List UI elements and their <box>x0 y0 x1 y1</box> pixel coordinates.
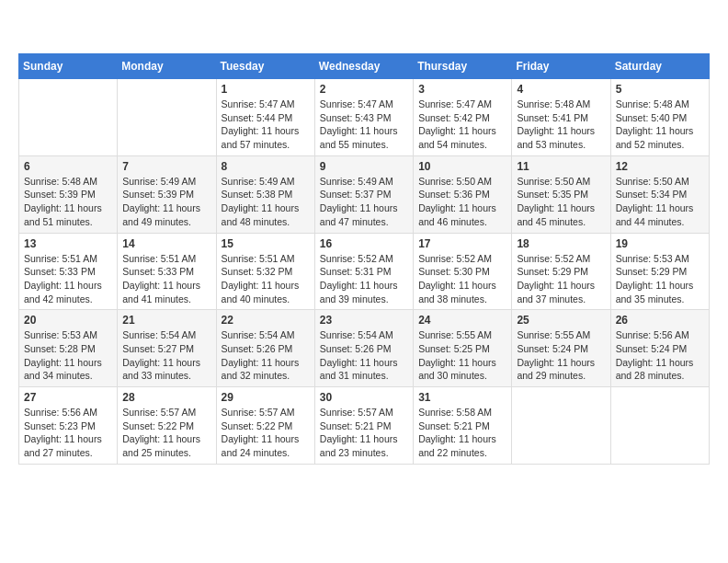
day-number: 11 <box>517 160 605 173</box>
logo <box>18 18 48 44</box>
weekday-header-saturday: Saturday <box>610 54 709 79</box>
calendar-cell: 21Sunrise: 5:54 AM Sunset: 5:27 PM Dayli… <box>118 310 216 387</box>
calendar-cell: 27Sunrise: 5:56 AM Sunset: 5:23 PM Dayli… <box>19 387 118 465</box>
day-number: 13 <box>24 237 112 250</box>
day-info: Sunrise: 5:54 AM Sunset: 5:26 PM Dayligh… <box>222 328 310 383</box>
day-number: 5 <box>616 83 704 96</box>
calendar-cell: 23Sunrise: 5:54 AM Sunset: 5:26 PM Dayli… <box>314 310 413 387</box>
day-info: Sunrise: 5:53 AM Sunset: 5:29 PM Dayligh… <box>616 252 704 306</box>
calendar-cell <box>512 387 610 465</box>
calendar-cell: 13Sunrise: 5:51 AM Sunset: 5:33 PM Dayli… <box>19 233 118 310</box>
calendar: SundayMondayTuesdayWednesdayThursdayFrid… <box>18 53 710 465</box>
calendar-cell: 2Sunrise: 5:47 AM Sunset: 5:43 PM Daylig… <box>314 79 413 156</box>
calendar-cell: 10Sunrise: 5:50 AM Sunset: 5:36 PM Dayli… <box>414 155 512 233</box>
calendar-cell <box>118 79 216 156</box>
day-info: Sunrise: 5:47 AM Sunset: 5:43 PM Dayligh… <box>320 98 408 152</box>
day-info: Sunrise: 5:48 AM Sunset: 5:39 PM Dayligh… <box>24 175 112 229</box>
day-info: Sunrise: 5:58 AM Sunset: 5:21 PM Dayligh… <box>418 406 506 460</box>
weekday-header-friday: Friday <box>512 54 610 79</box>
day-info: Sunrise: 5:51 AM Sunset: 5:33 PM Dayligh… <box>24 252 112 306</box>
day-info: Sunrise: 5:47 AM Sunset: 5:42 PM Dayligh… <box>418 98 506 152</box>
day-number: 28 <box>122 391 210 404</box>
calendar-cell <box>610 387 709 465</box>
day-info: Sunrise: 5:48 AM Sunset: 5:41 PM Dayligh… <box>517 98 605 152</box>
day-info: Sunrise: 5:52 AM Sunset: 5:30 PM Dayligh… <box>418 252 506 306</box>
weekday-header-thursday: Thursday <box>414 54 512 79</box>
calendar-cell: 11Sunrise: 5:50 AM Sunset: 5:35 PM Dayli… <box>512 155 610 233</box>
day-number: 27 <box>24 391 112 404</box>
weekday-header-wednesday: Wednesday <box>314 54 413 79</box>
day-info: Sunrise: 5:52 AM Sunset: 5:31 PM Dayligh… <box>320 252 408 306</box>
day-number: 22 <box>222 314 310 327</box>
day-number: 9 <box>320 160 408 173</box>
calendar-cell <box>19 79 118 156</box>
calendar-cell: 15Sunrise: 5:51 AM Sunset: 5:32 PM Dayli… <box>216 233 314 310</box>
calendar-cell: 4Sunrise: 5:48 AM Sunset: 5:41 PM Daylig… <box>512 79 610 156</box>
calendar-cell: 31Sunrise: 5:58 AM Sunset: 5:21 PM Dayli… <box>414 387 512 465</box>
day-info: Sunrise: 5:50 AM Sunset: 5:35 PM Dayligh… <box>517 175 605 229</box>
day-number: 24 <box>418 314 506 327</box>
calendar-cell: 16Sunrise: 5:52 AM Sunset: 5:31 PM Dayli… <box>314 233 413 310</box>
day-number: 17 <box>418 237 506 250</box>
day-number: 31 <box>418 391 506 404</box>
calendar-cell: 14Sunrise: 5:51 AM Sunset: 5:33 PM Dayli… <box>118 233 216 310</box>
day-info: Sunrise: 5:52 AM Sunset: 5:29 PM Dayligh… <box>517 252 605 306</box>
header <box>18 18 710 44</box>
day-number: 1 <box>222 83 310 96</box>
week-row-4: 20Sunrise: 5:53 AM Sunset: 5:28 PM Dayli… <box>19 310 710 387</box>
day-info: Sunrise: 5:57 AM Sunset: 5:21 PM Dayligh… <box>320 406 408 460</box>
day-info: Sunrise: 5:54 AM Sunset: 5:27 PM Dayligh… <box>122 328 210 383</box>
day-number: 12 <box>616 160 704 173</box>
calendar-cell: 25Sunrise: 5:55 AM Sunset: 5:24 PM Dayli… <box>512 310 610 387</box>
day-info: Sunrise: 5:55 AM Sunset: 5:24 PM Dayligh… <box>517 328 605 383</box>
day-info: Sunrise: 5:54 AM Sunset: 5:26 PM Dayligh… <box>320 328 408 383</box>
day-number: 26 <box>616 314 704 327</box>
day-number: 25 <box>517 314 605 327</box>
day-number: 16 <box>320 237 408 250</box>
day-info: Sunrise: 5:50 AM Sunset: 5:36 PM Dayligh… <box>418 175 506 229</box>
calendar-cell: 6Sunrise: 5:48 AM Sunset: 5:39 PM Daylig… <box>19 155 118 233</box>
day-number: 18 <box>517 237 605 250</box>
calendar-cell: 9Sunrise: 5:49 AM Sunset: 5:37 PM Daylig… <box>314 155 413 233</box>
day-number: 8 <box>222 160 310 173</box>
day-number: 14 <box>122 237 210 250</box>
day-info: Sunrise: 5:51 AM Sunset: 5:33 PM Dayligh… <box>122 252 210 306</box>
calendar-cell: 8Sunrise: 5:49 AM Sunset: 5:38 PM Daylig… <box>216 155 314 233</box>
day-info: Sunrise: 5:49 AM Sunset: 5:39 PM Dayligh… <box>122 175 210 229</box>
day-number: 29 <box>222 391 310 404</box>
day-info: Sunrise: 5:48 AM Sunset: 5:40 PM Dayligh… <box>616 98 704 152</box>
day-info: Sunrise: 5:57 AM Sunset: 5:22 PM Dayligh… <box>222 406 310 460</box>
day-number: 30 <box>320 391 408 404</box>
day-info: Sunrise: 5:56 AM Sunset: 5:23 PM Dayligh… <box>24 406 112 460</box>
day-number: 2 <box>320 83 408 96</box>
day-number: 21 <box>122 314 210 327</box>
day-number: 4 <box>517 83 605 96</box>
weekday-header-tuesday: Tuesday <box>216 54 314 79</box>
calendar-cell: 22Sunrise: 5:54 AM Sunset: 5:26 PM Dayli… <box>216 310 314 387</box>
week-row-3: 13Sunrise: 5:51 AM Sunset: 5:33 PM Dayli… <box>19 233 710 310</box>
day-info: Sunrise: 5:55 AM Sunset: 5:25 PM Dayligh… <box>418 328 506 383</box>
day-number: 6 <box>24 160 112 173</box>
calendar-cell: 28Sunrise: 5:57 AM Sunset: 5:22 PM Dayli… <box>118 387 216 465</box>
day-number: 23 <box>320 314 408 327</box>
logo-icon <box>18 18 44 44</box>
week-row-5: 27Sunrise: 5:56 AM Sunset: 5:23 PM Dayli… <box>19 387 710 465</box>
calendar-cell: 18Sunrise: 5:52 AM Sunset: 5:29 PM Dayli… <box>512 233 610 310</box>
day-number: 20 <box>24 314 112 327</box>
day-info: Sunrise: 5:57 AM Sunset: 5:22 PM Dayligh… <box>122 406 210 460</box>
calendar-cell: 30Sunrise: 5:57 AM Sunset: 5:21 PM Dayli… <box>314 387 413 465</box>
calendar-cell: 20Sunrise: 5:53 AM Sunset: 5:28 PM Dayli… <box>19 310 118 387</box>
calendar-cell: 29Sunrise: 5:57 AM Sunset: 5:22 PM Dayli… <box>216 387 314 465</box>
day-info: Sunrise: 5:53 AM Sunset: 5:28 PM Dayligh… <box>24 328 112 383</box>
calendar-cell: 26Sunrise: 5:56 AM Sunset: 5:24 PM Dayli… <box>610 310 709 387</box>
weekday-header-monday: Monday <box>118 54 216 79</box>
calendar-cell: 17Sunrise: 5:52 AM Sunset: 5:30 PM Dayli… <box>414 233 512 310</box>
day-info: Sunrise: 5:47 AM Sunset: 5:44 PM Dayligh… <box>222 98 310 152</box>
calendar-cell: 19Sunrise: 5:53 AM Sunset: 5:29 PM Dayli… <box>610 233 709 310</box>
day-number: 7 <box>122 160 210 173</box>
day-number: 3 <box>418 83 506 96</box>
calendar-body: 1Sunrise: 5:47 AM Sunset: 5:44 PM Daylig… <box>19 79 710 465</box>
day-number: 19 <box>616 237 704 250</box>
day-number: 15 <box>222 237 310 250</box>
calendar-cell: 24Sunrise: 5:55 AM Sunset: 5:25 PM Dayli… <box>414 310 512 387</box>
